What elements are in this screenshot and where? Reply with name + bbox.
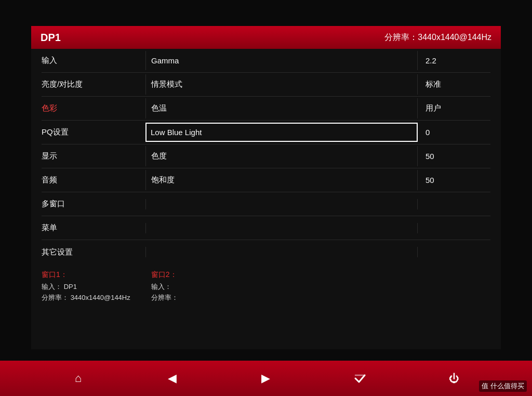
header-source: DP1 <box>41 32 61 44</box>
col-right-scene: 标准 <box>418 74 490 95</box>
col-right-saturation: 50 <box>418 170 490 190</box>
col-mid-gamma: Gamma <box>145 51 418 70</box>
menu-row-othersettings: 其它设置 <box>42 240 490 264</box>
col-mid-colortemp: 色温 <box>145 98 418 118</box>
col-left-color: 色彩 <box>42 98 145 118</box>
watermark: 值 什么值得买 <box>479 380 527 392</box>
col-left-pq: PQ设置 <box>42 122 145 142</box>
col-left-audio: 音频 <box>42 170 145 190</box>
header-resolution: 分辨率：3440x1440@144Hz <box>384 32 491 43</box>
header-bar: DP1 分辨率：3440x1440@144Hz <box>31 26 501 49</box>
nav-power-button[interactable]: ⏻ <box>441 365 467 391</box>
menu-row-input: 输入 Gamma 2.2 <box>42 49 490 73</box>
col-right-othersettings <box>418 247 490 257</box>
window2-title: 窗口2： <box>151 270 178 280</box>
col-left-othersettings: 其它设置 <box>42 242 145 262</box>
menu-content: 输入 Gamma 2.2 亮度/对比度 情景模式 标准 色彩 色温 用户 PQ设… <box>31 49 501 264</box>
col-left-input: 输入 <box>42 50 145 71</box>
window1-title: 窗口1： <box>42 270 130 280</box>
col-left-menu: 菜单 <box>42 218 145 238</box>
nav-right-button[interactable]: ▶ <box>253 365 279 391</box>
col-left-brightness: 亮度/对比度 <box>42 74 145 95</box>
nav-left-button[interactable]: ◀ <box>159 365 185 391</box>
col-mid-hue: 色度 <box>145 146 418 166</box>
menu-row-multiwindow: 多窗口 <box>42 192 490 216</box>
osd-container: DP1 分辨率：3440x1440@144Hz 输入 Gamma 2.2 亮度/… <box>31 26 501 349</box>
col-right-menu <box>418 223 490 233</box>
col-right-colortemp: 用户 <box>418 98 490 118</box>
col-right-multiwindow <box>418 199 490 209</box>
col-mid-lowblue[interactable]: Low Blue Light <box>145 123 418 142</box>
menu-row-audio: 音频 饱和度 50 <box>42 168 490 192</box>
col-right-lowblue: 0 <box>418 123 490 142</box>
nav-home-button[interactable]: ⌂ <box>65 365 91 391</box>
bottom-info: 窗口1： 输入： DP1 分辨率： 3440x1440@144Hz 窗口2： 输… <box>31 270 501 303</box>
col-mid-multiwindow <box>145 199 418 209</box>
nav-confirm-button[interactable] <box>347 365 373 391</box>
col-mid-menu <box>145 223 418 233</box>
menu-row-menu: 菜单 <box>42 216 490 240</box>
window2-resolution: 分辨率： <box>151 293 178 303</box>
menu-row-color: 色彩 色温 用户 <box>42 97 490 121</box>
col-mid-othersettings <box>145 247 418 257</box>
col-right-hue: 50 <box>418 147 490 166</box>
window1-input: 输入： DP1 <box>42 282 130 293</box>
col-left-display: 显示 <box>42 146 145 166</box>
window1-resolution: 分辨率： 3440x1440@144Hz <box>42 293 130 303</box>
menu-row-brightness: 亮度/对比度 情景模式 标准 <box>42 73 490 97</box>
menu-row-pq: PQ设置 Low Blue Light 0 <box>42 121 490 144</box>
confirm-icon <box>353 371 367 386</box>
window1-info: 窗口1： 输入： DP1 分辨率： 3440x1440@144Hz <box>42 270 130 303</box>
col-right-gamma: 2.2 <box>418 51 490 70</box>
col-mid-saturation: 饱和度 <box>145 170 418 190</box>
window2-info: 窗口2： 输入： 分辨率： <box>151 270 178 303</box>
col-mid-scene: 情景模式 <box>145 74 418 95</box>
nav-bar: ⌂ ◀ ▶ ⏻ <box>0 361 532 396</box>
col-left-multiwindow: 多窗口 <box>42 194 145 214</box>
menu-row-display: 显示 色度 50 <box>42 144 490 168</box>
window2-input: 输入： <box>151 282 178 293</box>
